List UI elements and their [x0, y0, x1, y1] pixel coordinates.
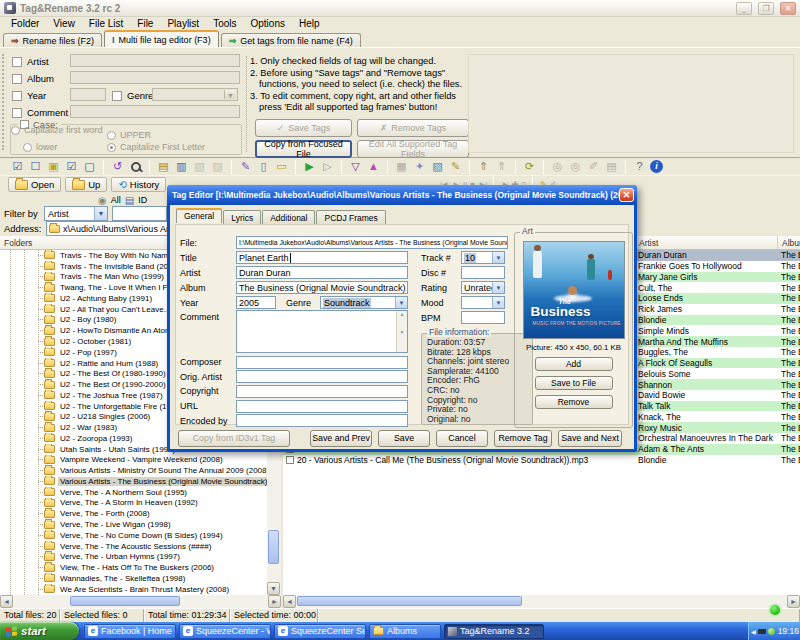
- task-tag-rename-3-2[interactable]: Tag&Rename 3.2: [444, 624, 544, 639]
- about-icon[interactable]: i: [650, 160, 663, 173]
- play-external-icon[interactable]: ▷: [320, 159, 335, 174]
- tag-file-icon[interactable]: ▯: [256, 159, 271, 174]
- tab-get-tags[interactable]: ⇒Get tags from file name (F4): [221, 33, 361, 47]
- keyboard-tray-icon[interactable]: [758, 629, 766, 634]
- column-header-album[interactable]: Album: [778, 236, 800, 249]
- vscroll-thumb[interactable]: [268, 530, 279, 564]
- help-icon[interactable]: ?: [632, 159, 647, 174]
- copy-tags-icon[interactable]: ▧: [430, 159, 445, 174]
- disc-input[interactable]: [461, 266, 505, 279]
- comment-scrollbar[interactable]: ▲▼: [396, 311, 407, 352]
- history-button[interactable]: ⟲ History: [111, 177, 166, 192]
- encoded-by-input[interactable]: [236, 414, 408, 427]
- files-hscrollbar[interactable]: ◄ ►: [283, 595, 800, 608]
- radio-icon[interactable]: [107, 131, 116, 140]
- folder-tree-item[interactable]: Verve, The - Urban Hymns (1997): [0, 551, 267, 562]
- folder-tree-item[interactable]: Various Artists - The Business (Original…: [0, 476, 267, 487]
- folder-tree-item[interactable]: Various Artists - Ministry Of Sound The …: [0, 465, 267, 476]
- copy-icon[interactable]: ▧: [192, 159, 207, 174]
- radio-icon[interactable]: [107, 143, 116, 152]
- tray-chevron-icon[interactable]: ◀: [751, 628, 756, 635]
- artist-field[interactable]: [70, 54, 240, 67]
- comment-checkbox[interactable]: [12, 108, 22, 118]
- all-tags-label[interactable]: All: [111, 195, 121, 205]
- folder-tree-item[interactable]: Vampire Weekend - Vampire Weekend (2008): [0, 455, 267, 466]
- filter-remove-icon[interactable]: ▽: [348, 159, 363, 174]
- remove-tag-button[interactable]: Remove Tag: [494, 430, 552, 447]
- task-squeezecenter-setti-[interactable]: eSqueezeCenter Setti...: [274, 624, 366, 639]
- folder-tree-item[interactable]: Verve, The - The Acoustic Sessions (####…: [0, 541, 267, 552]
- undo-icon[interactable]: ↺: [110, 159, 125, 174]
- column-header-artist[interactable]: Artist: [635, 236, 778, 249]
- folder-tree-item[interactable]: Verve, The - Forth (2008): [0, 508, 267, 519]
- export-list-icon[interactable]: ▦: [394, 159, 409, 174]
- report-view-icon[interactable]: ▥: [174, 159, 189, 174]
- task-squeezecenter-win-[interactable]: eSqueezeCenter - Win...: [179, 624, 271, 639]
- copyright-input[interactable]: [236, 385, 408, 398]
- scroll-left-icon[interactable]: ◄: [0, 595, 13, 608]
- file-row[interactable]: 20 - Various Artists - Call Me (The Busi…: [283, 455, 800, 466]
- menu-folder[interactable]: Folder: [4, 17, 46, 30]
- folders-hscrollbar[interactable]: ◄ ►: [0, 595, 281, 608]
- panel-gripper[interactable]: [2, 54, 4, 150]
- remove-tags-button[interactable]: ✗ Remove Tags: [357, 119, 469, 137]
- hscroll-thumb[interactable]: [70, 596, 180, 606]
- minimize-button[interactable]: _: [736, 2, 752, 15]
- url-input[interactable]: [236, 400, 408, 413]
- genre-combo[interactable]: ▼: [152, 88, 238, 101]
- dialog-tab-pcdj-frames[interactable]: PCDJ Frames: [316, 210, 385, 224]
- year-checkbox[interactable]: [12, 91, 22, 101]
- folder-tree-item[interactable]: Wannadies, The - Skelleftea (1998): [0, 573, 267, 584]
- paste-icon[interactable]: ▨: [210, 159, 225, 174]
- album-input[interactable]: The Business (Orignal Movie Soundtrack): [236, 281, 408, 294]
- dialog-tab-lyrics[interactable]: Lyrics: [223, 210, 261, 224]
- check-selected-icon[interactable]: ☑: [64, 159, 79, 174]
- folder-tree-item[interactable]: We Are Scientists - Brain Thrust Mastery…: [0, 584, 267, 595]
- web-freedb-icon[interactable]: ◎: [550, 159, 565, 174]
- filter-by-combo[interactable]: Artist ▼: [44, 206, 108, 221]
- hscroll-thumb[interactable]: [297, 596, 522, 606]
- folder-tree-item[interactable]: View, The - Hats Off To The Buskers (200…: [0, 562, 267, 573]
- menu-tools[interactable]: Tools: [206, 17, 243, 30]
- dialog-tab-additional[interactable]: Additional: [262, 210, 315, 224]
- folder-tree-item[interactable]: Verve, The - Live Wigan (1998): [0, 519, 267, 530]
- edit-all-supported-tag-fields-button[interactable]: Edit All Supported Tag Fields: [357, 140, 469, 158]
- import-up-icon[interactable]: ⇑: [476, 159, 491, 174]
- radio-icon[interactable]: [11, 126, 20, 135]
- artist-checkbox[interactable]: [12, 57, 22, 67]
- task-albums[interactable]: Albums: [369, 624, 441, 639]
- mood-combo[interactable]: ▼: [461, 296, 505, 309]
- artist-input[interactable]: Duran Duran: [236, 266, 408, 279]
- rename-pencil-icon[interactable]: ✐: [586, 159, 601, 174]
- folder-tree-item[interactable]: Verve, The - No Come Down (B Sides) (199…: [0, 530, 267, 541]
- filter-input[interactable]: [112, 206, 167, 221]
- title-input[interactable]: Planet Earth: [236, 251, 408, 264]
- scroll-right-icon[interactable]: ►: [787, 595, 800, 608]
- maximize-button[interactable]: ❐: [758, 2, 774, 15]
- menu-playlist[interactable]: Playlist: [160, 17, 206, 30]
- refresh-icon[interactable]: ⟳: [522, 159, 537, 174]
- web-amazon-icon[interactable]: ◎: [568, 159, 583, 174]
- import-up2-icon[interactable]: ⇑: [494, 159, 509, 174]
- art-add-button[interactable]: Add: [535, 357, 613, 371]
- composer-input[interactable]: [236, 356, 408, 369]
- year-field[interactable]: [70, 88, 106, 101]
- genre-checkbox[interactable]: [112, 91, 122, 101]
- tab-multi-edit[interactable]: IMulti file tag editor (F3): [104, 30, 219, 47]
- bpm-input[interactable]: [461, 311, 505, 324]
- save-and-next-button[interactable]: Save and Next: [558, 430, 622, 447]
- comment-field[interactable]: [70, 105, 240, 118]
- album-field[interactable]: [70, 71, 240, 84]
- year-input[interactable]: 2005: [236, 296, 276, 309]
- copy-from-id3v1-button[interactable]: Copy from ID3v1 Tag: [178, 430, 290, 447]
- scroll-left-icon[interactable]: ◄: [283, 595, 296, 608]
- tab-rename-files[interactable]: ⇒Rename files (F2): [3, 33, 102, 47]
- tools-icon[interactable]: ✦: [412, 159, 427, 174]
- rating-combo[interactable]: Unrated ▼: [461, 281, 505, 294]
- menu-view[interactable]: View: [46, 17, 82, 30]
- print-icon[interactable]: ▤: [604, 159, 619, 174]
- scroll-down-icon[interactable]: ▼: [267, 582, 280, 595]
- check-all-files-icon[interactable]: ☑: [10, 159, 25, 174]
- search-icon[interactable]: [128, 159, 143, 174]
- file-checkbox[interactable]: [286, 456, 294, 464]
